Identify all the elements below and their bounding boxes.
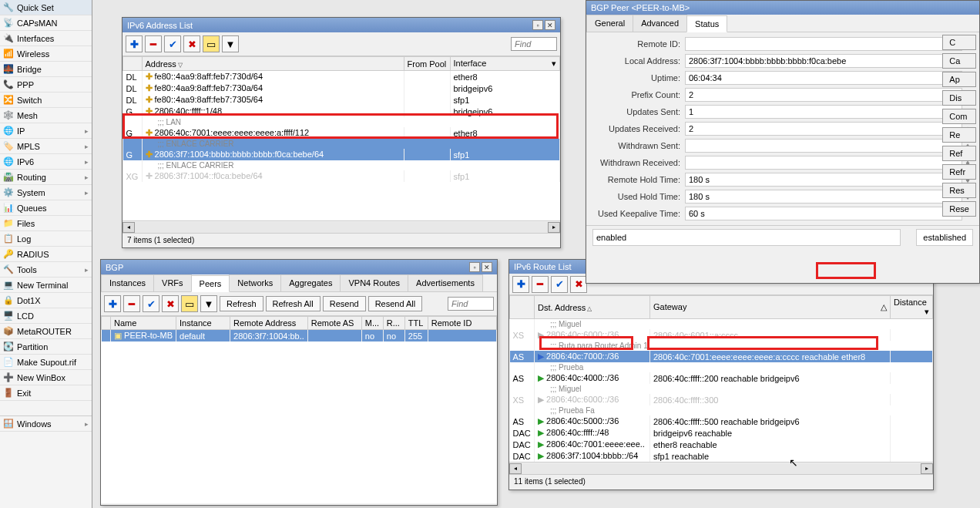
enable-button[interactable]: ✔: [551, 276, 568, 293]
flag-col[interactable]: [510, 296, 535, 319]
sidebar-item[interactable]: 🔑RADIUS: [0, 247, 92, 262]
peer-row[interactable]: ▣ PEER-to-MB default 2806:3f7:1004:bb.. …: [102, 330, 497, 342]
tab[interactable]: Instances: [101, 274, 154, 291]
tab[interactable]: Networks: [229, 274, 281, 291]
frompool-col[interactable]: From Pool: [404, 57, 450, 71]
comment-button[interactable]: ▭: [203, 35, 220, 52]
address-row[interactable]: G✚ 2806:40c:ffff::1/48bridgeipv6: [123, 106, 560, 117]
remove-button[interactable]: ━: [532, 276, 549, 293]
side-button[interactable]: Com: [942, 109, 976, 124]
add-button[interactable]: ✚: [126, 35, 143, 52]
sidebar-item[interactable]: 📞PPP: [0, 77, 92, 93]
col-header[interactable]: TTL: [404, 317, 428, 330]
address-col[interactable]: Address▽: [142, 57, 404, 71]
tab[interactable]: VRFs: [153, 274, 192, 291]
sidebar-item[interactable]: 🔧Quick Set: [0, 0, 92, 15]
sidebar-item[interactable]: 📶Wireless: [0, 46, 92, 62]
route-row[interactable]: AS▶ 2806:40c:5000::/362806:40c:ffff::500…: [510, 415, 933, 427]
find-input[interactable]: [448, 297, 494, 311]
filter-button[interactable]: ▼: [222, 35, 239, 52]
refresh-all-button[interactable]: Refresh All: [266, 296, 321, 311]
side-button[interactable]: Res: [942, 183, 976, 198]
sidebar-item[interactable]: 🔀Switch: [0, 93, 92, 108]
refresh-button[interactable]: Refresh: [220, 296, 263, 311]
close-button[interactable]: ✕: [545, 20, 555, 30]
flag-col[interactable]: [123, 57, 143, 71]
address-row[interactable]: G✚ 2806:3f7:1004:bbbb:bbbb:bbbb:f0ca:beb…: [123, 149, 560, 160]
enable-button[interactable]: ✔: [143, 295, 159, 312]
sidebar-item[interactable]: 📁Files: [0, 216, 92, 231]
route-row[interactable]: XS▶ 2806:40c:6000::/362806:40c:6001::a:c…: [510, 329, 933, 341]
sidebar-item[interactable]: 🕸️Mesh: [0, 108, 92, 123]
remove-button[interactable]: ━: [145, 35, 162, 52]
disable-button[interactable]: ✖: [570, 276, 587, 293]
side-button[interactable]: Ref: [942, 146, 976, 161]
disable-button[interactable]: ✖: [183, 35, 200, 52]
col-header[interactable]: Remote AS: [307, 317, 361, 330]
sidebar-item[interactable]: 📋Log: [0, 231, 92, 247]
col-header[interactable]: M...: [361, 317, 383, 330]
interface-col[interactable]: Interface▾: [450, 57, 560, 71]
route-row[interactable]: DAC▶ 2806:40c:7001:eeee:eee..ether8 reac…: [510, 439, 933, 450]
filter-button[interactable]: ▼: [200, 295, 217, 312]
resend-button[interactable]: Resend: [323, 296, 366, 311]
close-button[interactable]: ✕: [482, 262, 492, 272]
distance-col[interactable]: Distance▾: [891, 296, 933, 319]
route-row[interactable]: DAC▶ 2806:3f7:1004:bbbb::/64sfp1 reachab…: [510, 450, 933, 462]
address-row[interactable]: DL✚ fe80::4aa9:8aff:feb7:730a/64bridgeip…: [123, 82, 560, 94]
address-row[interactable]: DL✚ fe80::4aa9:8aff:feb7:7305/64sfp1: [123, 94, 560, 106]
route-row[interactable]: DAC▶ 2806:40c:ffff::/48bridgeipv6 reacha…: [510, 427, 933, 439]
sidebar-item[interactable]: ➕New WinBox: [0, 370, 92, 385]
sidebar-item[interactable]: 🖥️LCD: [0, 308, 92, 324]
h-scrollbar[interactable]: ◂▸: [509, 462, 933, 474]
resend-all-button[interactable]: Resend All: [368, 296, 423, 311]
sidebar-item[interactable]: 🛣️Routing▸: [0, 170, 92, 185]
sidebar-item[interactable]: 🏷️MPLS▸: [0, 139, 92, 154]
titlebar[interactable]: IPv6 Address List ▫ ✕: [123, 18, 560, 32]
titlebar[interactable]: BGP ▫ ✕: [101, 260, 497, 274]
side-button[interactable]: Ap: [942, 72, 976, 87]
add-button[interactable]: ✚: [104, 295, 121, 312]
sidebar-item[interactable]: 🚪Exit: [0, 385, 92, 401]
disable-button[interactable]: ✖: [162, 295, 179, 312]
sidebar-item[interactable]: 💻New Terminal: [0, 278, 92, 293]
tab[interactable]: Advertisements: [408, 274, 483, 291]
sidebar-item[interactable]: 📊Queues: [0, 200, 92, 216]
minimize-button[interactable]: ▫: [469, 262, 480, 272]
col-header[interactable]: Name: [111, 317, 176, 330]
sidebar-item[interactable]: 📄Make Supout.rif: [0, 355, 92, 370]
titlebar[interactable]: BGP Peer <PEER-to-MB>: [586, 1, 979, 15]
sidebar-item[interactable]: 📦MetaROUTER: [0, 324, 92, 339]
address-row[interactable]: XG✚ 2806:3f7:1004::f0ca:bebe/64sfp1: [123, 170, 560, 182]
tab[interactable]: Status: [686, 15, 727, 32]
side-button[interactable]: Refr: [942, 164, 976, 180]
address-row[interactable]: G✚ 2806:40c:7001:eeee:eeee:eeee:a:ffff/1…: [123, 127, 560, 139]
sidebar-item[interactable]: 🔌Interfaces: [0, 31, 92, 46]
gateway-col[interactable]: Gateway△: [650, 296, 891, 319]
comment-button[interactable]: ▭: [181, 295, 198, 312]
tab[interactable]: Peers: [191, 275, 230, 292]
sidebar-item[interactable]: 🌐IPv6▸: [0, 154, 92, 170]
tab[interactable]: Advanced: [633, 15, 687, 32]
route-row[interactable]: XS▶ 2806:40c:6000::/362806:40c:ffff::300: [510, 394, 933, 405]
side-button[interactable]: Dis: [942, 90, 976, 106]
sidebar-item[interactable]: 📡CAPsMAN: [0, 15, 92, 31]
add-button[interactable]: ✚: [512, 276, 529, 293]
side-button[interactable]: Re: [942, 127, 976, 143]
tab[interactable]: General: [586, 15, 633, 32]
sidebar-item[interactable]: 🔒Dot1X: [0, 293, 92, 308]
sidebar-item[interactable]: ⚙️System▸: [0, 185, 92, 200]
tab[interactable]: Aggregates: [280, 274, 341, 291]
sidebar-item-windows[interactable]: 🪟 Windows ▸: [0, 416, 92, 432]
sidebar-item[interactable]: 💽Partition: [0, 339, 92, 355]
side-button[interactable]: C: [942, 35, 976, 50]
tab[interactable]: VPN4 Routes: [340, 274, 408, 291]
route-row[interactable]: AS▶ 2806:40c:4000::/362806:40c:ffff::200…: [510, 372, 933, 384]
col-header[interactable]: Remote ID: [428, 317, 496, 330]
side-button[interactable]: Rese: [942, 201, 976, 217]
h-scrollbar[interactable]: ◂▸: [123, 220, 560, 233]
find-input[interactable]: [511, 37, 557, 51]
remove-button[interactable]: ━: [123, 295, 140, 312]
sidebar-item[interactable]: 🔨Tools▸: [0, 262, 92, 278]
sidebar-item[interactable]: 🌐IP▸: [0, 123, 92, 139]
